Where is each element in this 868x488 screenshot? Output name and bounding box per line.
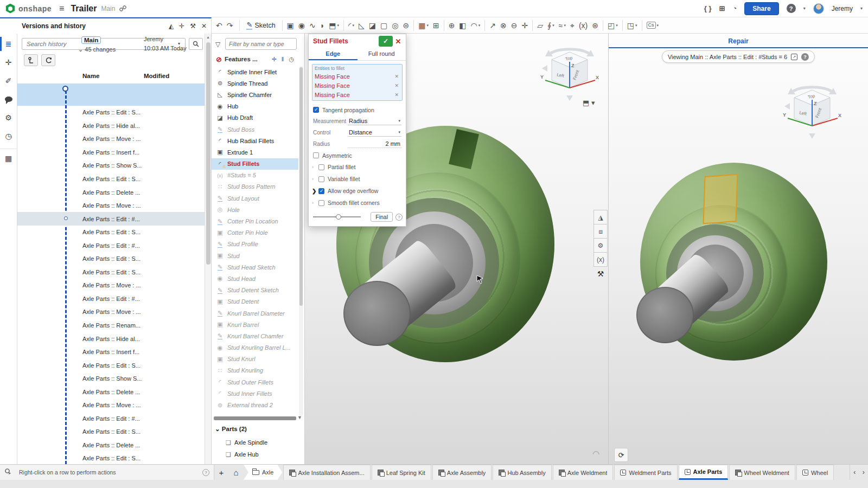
history-row[interactable]: Axle Parts :: Edit : #... (17, 412, 205, 426)
feature-item[interactable]: Hub Radial Fillets (212, 135, 298, 146)
loft-icon[interactable]: ◗ ▾ (318, 21, 327, 30)
compare-variables-icon[interactable]: (x) (593, 252, 608, 267)
variable-studio-icon[interactable]: ⊛ ▾ (590, 21, 601, 30)
create-version-icon[interactable]: ✛ (179, 22, 184, 30)
measurement-dropdown[interactable]: Radius ▾ (348, 117, 401, 125)
tab-axle-assembly[interactable]: Axle Assembly (432, 465, 492, 480)
chamfer-icon[interactable]: ◺ ▾ (356, 21, 367, 30)
history-row[interactable]: Axle Parts :: Hide al... (17, 119, 205, 133)
history-row[interactable]: Axle Parts :: Move : ... (17, 199, 205, 213)
axle-shaft-end[interactable] (343, 281, 411, 346)
history-row[interactable]: Axle Parts :: Edit : #... (17, 292, 205, 306)
history-row[interactable]: Axle Parts :: Edit : #... (17, 239, 205, 252)
feature-item[interactable]: Stud Inner Fillets (212, 388, 298, 399)
sweep-icon[interactable]: ∿ ▾ (307, 21, 318, 30)
part-item-axle-spindle[interactable]: ❑ Axle Spindle (226, 437, 267, 448)
feature-item[interactable]: Stud (212, 250, 298, 261)
rib-icon[interactable]: ⬒ ▾ (327, 21, 341, 30)
remove-entity-icon[interactable]: ✕ (393, 83, 400, 88)
history-row[interactable]: Axle Parts :: Edit : S... (17, 106, 205, 119)
feature-item[interactable]: Stud Knurl (212, 354, 298, 365)
rollback-arrow-icon[interactable]: ▼ (297, 415, 302, 420)
open-in-new-icon[interactable]: ↗ (791, 54, 797, 60)
share-button[interactable]: Share (744, 2, 778, 15)
repair-tools-icon[interactable]: ⚒ (593, 266, 608, 281)
transform-icon[interactable]: ✛ ▾ (520, 21, 531, 30)
measure-icon[interactable]: ◠ (592, 449, 599, 459)
feature-item[interactable]: Knurl Barrel (212, 319, 298, 330)
thread-icon[interactable]: ⊜ ▾ (400, 21, 411, 30)
history-row[interactable]: Axle Parts :: Edit : S... (17, 226, 205, 239)
feature-item[interactable]: Cotter Pin Location (212, 215, 298, 227)
option-checkbox[interactable] (318, 200, 324, 206)
main-version-badge[interactable]: Main (81, 36, 101, 44)
split-icon[interactable]: ◧ ▾ (457, 21, 468, 30)
tab-axle-installation-assembly[interactable]: Axle Installation Assem... (283, 465, 370, 480)
hole-icon[interactable]: ◎ ▾ (390, 21, 400, 30)
view-cube-repair[interactable]: Top Left Front Z X Y (782, 82, 842, 142)
feature-item[interactable]: Hub (212, 101, 298, 112)
variable-icon[interactable]: (x) ▾ (577, 21, 590, 30)
dialog-confirm-button[interactable]: ✓ (379, 36, 393, 47)
move-face-icon[interactable]: ↗ ▾ (487, 21, 498, 30)
wrap-icon[interactable]: ◠ ▾ (469, 21, 483, 30)
feature-item[interactable]: Knurl Barrel Diameter (212, 307, 298, 319)
option-checkbox[interactable] (318, 164, 324, 170)
feature-item[interactable]: Spindle Thread (212, 78, 298, 89)
history-row[interactable]: Axle Parts :: Insert f... (17, 345, 205, 359)
feature-item[interactable]: Stud Knurling Barrel L... (212, 342, 298, 354)
slider-thumb[interactable] (336, 214, 341, 220)
compare-features-icon[interactable]: ⚙ (593, 238, 608, 253)
properties-table-icon[interactable]: ▦ (0, 149, 17, 167)
import-icon[interactable]: ◰ ▾ (605, 21, 620, 30)
feature-item[interactable]: Stud Head Sketch (212, 261, 298, 273)
mirror-icon[interactable]: ⊞ ▾ (431, 21, 442, 30)
expand-chevron-icon[interactable]: › (312, 176, 318, 182)
feature-item[interactable]: Stud Detent Sketch (212, 285, 298, 296)
diagnostics-icon[interactable]: ⚙ (0, 108, 17, 127)
history-row[interactable]: Axle Parts :: Delete ... (17, 439, 205, 452)
feature-item[interactable]: #Studs = 5 (212, 170, 298, 181)
user-caret-icon[interactable]: ▾ (860, 6, 863, 11)
history-row[interactable]: Axle Parts :: Show S... (17, 372, 205, 386)
compare-appearance-icon[interactable]: ◮ (593, 210, 608, 224)
sheet-metal-icon[interactable]: ◳ ▾ (625, 21, 640, 30)
entity-row[interactable]: Missing Face ✕ (315, 81, 400, 90)
entities-selection-box[interactable]: Entities to fillet Missing Face ✕ Missin… (312, 64, 403, 101)
project-icon[interactable]: ⌖ ▾ (568, 21, 577, 30)
onshape-logo-icon[interactable] (5, 4, 15, 14)
new-folder-icon[interactable]: ✛ (272, 56, 277, 63)
user-name[interactable]: Jeremy (832, 5, 853, 12)
history-row[interactable]: Axle Parts :: Move : ... (17, 132, 205, 146)
feature-item[interactable]: Stud Layout (212, 192, 298, 204)
feature-item[interactable]: Hub Draft (212, 112, 298, 124)
onshape-logo-text[interactable]: onshape (18, 4, 52, 13)
feature-item[interactable]: External thread 2 (212, 399, 298, 410)
axle-shaft-end-repair[interactable] (636, 287, 694, 343)
history-row[interactable]: Axle Parts :: Move : ... (17, 279, 205, 292)
tab-axle-parts[interactable]: Axle Parts (679, 465, 729, 480)
feature-item[interactable]: Spindle Chamfer (212, 89, 298, 100)
sync-rotation-button[interactable]: ⟳ (614, 448, 628, 462)
compare-geometry-icon[interactable]: ⧈ (593, 224, 608, 239)
feature-item[interactable]: Stud Profile (212, 239, 298, 250)
part-item-axle-hub[interactable]: ❑ Axle Hub (226, 449, 259, 460)
create-version-icon[interactable]: ✛ (0, 53, 17, 72)
history-row[interactable]: Axle Parts :: Delete ... (17, 185, 205, 199)
feature-item[interactable]: Stud Knurling (212, 365, 298, 376)
tab-wheel[interactable]: Wheel (796, 465, 834, 480)
status-help-icon[interactable]: ? (202, 469, 209, 476)
entity-row[interactable]: Missing Face ✕ (315, 90, 400, 99)
custom-features-icon[interactable]: Cs ▾ (644, 21, 661, 30)
help-icon[interactable]: ? (787, 4, 796, 13)
feature-item[interactable]: Stud Boss Pattern (212, 181, 298, 192)
dialog-help-icon[interactable]: ? (395, 214, 403, 221)
tab-edge[interactable]: Edge (309, 48, 358, 60)
view-cube[interactable]: Top Left Front Z X Y (540, 44, 599, 104)
versions-scrollbar[interactable]: ▲ (205, 34, 211, 464)
rollback-bar[interactable] (214, 416, 296, 420)
parts-section-header[interactable]: ⌄ Parts (2) (215, 425, 247, 433)
publish-icon[interactable]: ✐ (0, 72, 17, 90)
stud-boss-highlight[interactable] (703, 174, 738, 224)
history-row[interactable]: Axle Parts :: Edit : S... (17, 252, 205, 266)
